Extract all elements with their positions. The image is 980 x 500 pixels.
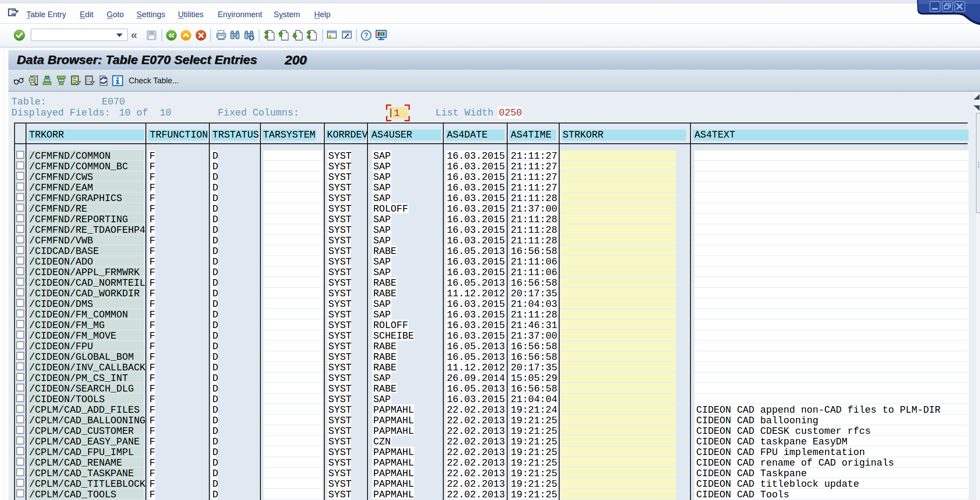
svg-text:?: ? bbox=[364, 32, 368, 39]
